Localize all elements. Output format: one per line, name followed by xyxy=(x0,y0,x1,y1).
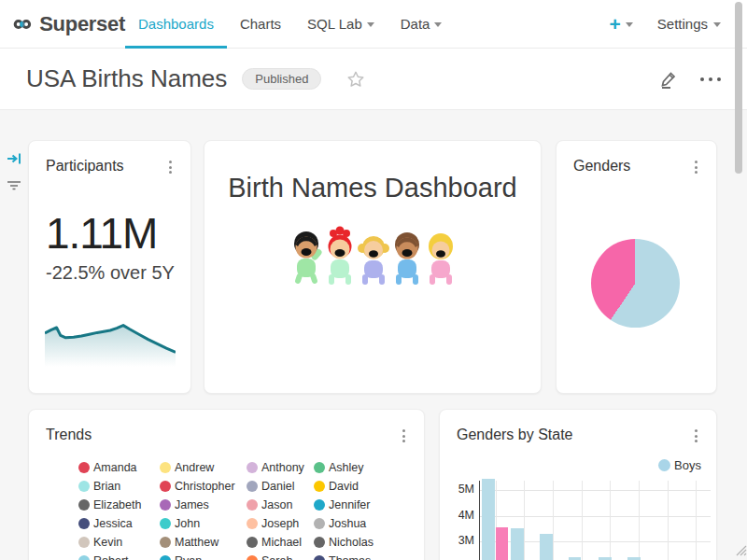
nav-charts-label: Charts xyxy=(240,16,281,32)
genders-by-state-card: Genders by State Boys 5M4M3M xyxy=(439,409,717,560)
chart-title: Trends xyxy=(46,427,92,443)
dashboard-title: USA Births Names xyxy=(26,64,227,93)
legend-item[interactable]: Kevin xyxy=(78,533,160,552)
new-item-button[interactable]: + xyxy=(610,14,633,34)
legend-item-boys[interactable]: Boys xyxy=(658,458,701,472)
legend-item[interactable]: Ashley xyxy=(314,458,424,477)
legend-item[interactable]: Christopher xyxy=(160,477,247,496)
settings-menu[interactable]: Settings xyxy=(657,16,721,32)
settings-label: Settings xyxy=(657,16,708,32)
legend-label: Robert xyxy=(93,554,129,560)
card-resize-handle[interactable] xyxy=(733,542,747,556)
legend-dot xyxy=(314,555,325,560)
chart-title: Participants xyxy=(46,158,124,175)
filter-icon[interactable] xyxy=(0,172,28,198)
chevron-down-icon xyxy=(626,22,633,27)
participants-card: Participants 1.11M -22.5% over 5Y xyxy=(28,140,191,394)
main-nav: Dashboards Charts SQL Lab Data xyxy=(125,0,455,49)
legend-item[interactable]: Thomas xyxy=(314,552,424,560)
chart-menu-icon[interactable] xyxy=(689,158,703,176)
legend-item[interactable]: Daniel xyxy=(247,477,314,496)
legend-label: Jason xyxy=(261,498,292,511)
legend-label: Boys xyxy=(674,458,701,472)
chart-title: Genders xyxy=(573,158,630,175)
chart-menu-icon[interactable] xyxy=(397,427,411,445)
legend-item[interactable]: Robert xyxy=(78,552,160,560)
legend-dot xyxy=(160,462,171,473)
nav-data-label: Data xyxy=(401,16,430,32)
chart-menu-icon[interactable] xyxy=(689,427,703,445)
legend-dot xyxy=(160,481,171,492)
superset-infinity-icon xyxy=(13,11,32,37)
legend-item[interactable]: Sarah xyxy=(247,552,314,560)
nav-sql-lab-label: SQL Lab xyxy=(307,16,362,32)
bar xyxy=(599,557,612,560)
legend-dot xyxy=(160,537,171,548)
legend-dot xyxy=(78,555,90,560)
chevron-down-icon xyxy=(713,22,721,27)
filter-bar-collapsed xyxy=(0,110,28,560)
legend-label: Joshua xyxy=(329,517,366,530)
nav-sql-lab[interactable]: SQL Lab xyxy=(294,0,388,49)
legend-item[interactable]: Elizabeth xyxy=(78,496,160,514)
legend-item[interactable]: Jason xyxy=(247,496,314,514)
legend-item[interactable]: Jennifer xyxy=(314,496,424,514)
legend-label: John xyxy=(175,517,200,530)
legend-dot xyxy=(314,537,325,548)
legend-item[interactable]: Amanda xyxy=(78,458,160,477)
published-badge[interactable]: Published xyxy=(242,68,321,90)
legend-item[interactable]: David xyxy=(314,477,424,496)
trends-legend: AmandaAndrewAnthonyAshleyBrianChristophe… xyxy=(78,458,424,560)
legend-item[interactable]: James xyxy=(160,496,247,514)
legend-dot xyxy=(247,537,258,548)
markdown-card: Birth Names Dashboard xyxy=(204,140,542,394)
legend-dot xyxy=(658,459,670,471)
legend-label: Elizabeth xyxy=(93,498,141,511)
bar xyxy=(482,479,495,560)
more-actions-icon[interactable] xyxy=(697,74,725,85)
nav-dashboards-label: Dashboards xyxy=(138,16,214,32)
legend-label: Kevin xyxy=(93,536,122,549)
brand-name: Superset xyxy=(39,12,125,36)
legend-item[interactable]: Anthony xyxy=(247,458,314,477)
dashboard-header: USA Births Names Published xyxy=(0,49,747,110)
legend-label: Ashley xyxy=(329,461,364,474)
legend-label: Matthew xyxy=(175,536,218,549)
superset-logo[interactable]: Superset xyxy=(0,11,125,37)
chart-title: Genders by State xyxy=(457,427,573,443)
legend-item[interactable]: Ryan xyxy=(160,552,247,560)
legend-dot xyxy=(160,518,171,529)
legend-item[interactable]: John xyxy=(160,514,247,533)
legend-dot xyxy=(314,462,325,473)
legend-item[interactable]: Brian xyxy=(78,477,160,496)
y-axis-tick: 5M xyxy=(440,483,474,496)
legend-label: Christopher xyxy=(175,480,235,493)
legend-dot xyxy=(314,499,325,511)
edit-pencil-icon[interactable] xyxy=(657,68,680,91)
vertical-scrollbar-thumb[interactable] xyxy=(735,2,742,174)
legend-item[interactable]: Joseph xyxy=(247,514,314,533)
nav-dashboards[interactable]: Dashboards xyxy=(125,0,227,49)
legend-label: Ryan xyxy=(175,554,202,560)
nav-charts[interactable]: Charts xyxy=(227,0,294,49)
nav-data[interactable]: Data xyxy=(388,0,456,49)
legend-dot xyxy=(314,481,325,492)
legend-dot xyxy=(78,462,90,473)
favorite-star-icon[interactable] xyxy=(345,69,366,90)
legend-item[interactable]: Andrew xyxy=(160,458,247,477)
navbar-right: + Settings xyxy=(610,14,747,34)
y-axis-tick: 4M xyxy=(440,509,474,522)
legend-item[interactable]: Joshua xyxy=(314,514,424,533)
legend-item[interactable]: Nicholas xyxy=(314,533,424,552)
bar xyxy=(511,528,524,560)
chart-menu-icon[interactable] xyxy=(163,158,177,176)
legend-dot xyxy=(160,555,171,560)
legend-label: Jennifer xyxy=(329,498,370,511)
legend-label: Anthony xyxy=(261,461,304,474)
legend-item[interactable]: Jessica xyxy=(78,514,160,533)
expand-filter-bar-icon[interactable] xyxy=(0,146,28,172)
legend-item[interactable]: Matthew xyxy=(160,533,247,552)
legend-label: Sarah xyxy=(261,554,292,560)
legend-item[interactable]: Michael xyxy=(247,533,314,552)
legend-label: Jessica xyxy=(93,517,133,530)
